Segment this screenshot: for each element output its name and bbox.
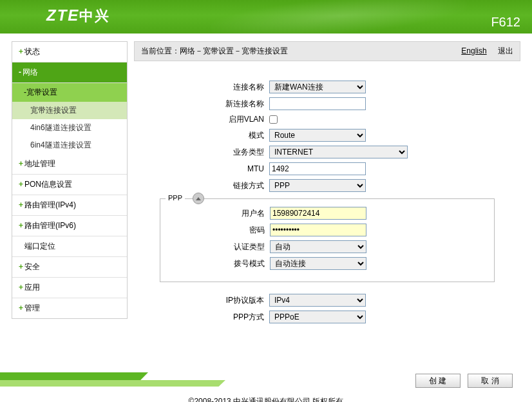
cancel-button[interactable]: 取 消 xyxy=(468,374,513,388)
conn-name-label: 连接名称 xyxy=(160,82,269,93)
password-input[interactable] xyxy=(270,224,366,236)
mtu-label: MTU xyxy=(160,164,269,173)
nav-port[interactable]: +端口定位 xyxy=(12,236,127,257)
service-label: 业务类型 xyxy=(160,147,269,158)
nav-status[interactable]: +状态 xyxy=(12,42,127,62)
pppmode-select[interactable]: PPPoE xyxy=(269,311,366,323)
dial-label: 拨号模式 xyxy=(160,258,270,269)
auth-label: 认证类型 xyxy=(160,242,270,253)
copyright: ©2008-2013 中兴通讯股份有限公司 版权所有 xyxy=(0,396,532,402)
user-label: 用户名 xyxy=(160,208,270,219)
link-label: 链接方式 xyxy=(160,180,269,191)
vlan-checkbox[interactable] xyxy=(269,115,278,124)
username-input[interactable] xyxy=(270,207,366,220)
logout-link[interactable]: 退出 xyxy=(498,46,513,55)
form-area: 连接名称 新建WAN连接 新连接名称 启用VLAN 模式 Route 业务类型 … xyxy=(134,61,520,334)
pppmode-label: PPP方式 xyxy=(160,312,269,323)
nav-address[interactable]: +地址管理 xyxy=(12,154,127,175)
ppp-fieldset: PPP 用户名 密码 认证类型 自动 拨号模式 自动连接 xyxy=(160,198,495,282)
ipver-label: IP协议版本 xyxy=(160,295,269,306)
logo-cn: 中兴 xyxy=(79,8,110,24)
main-panel: 当前位置：网络－宽带设置－宽带连接设置 English 退出 连接名称 新建WA… xyxy=(128,41,520,356)
nav-broadband[interactable]: -宽带设置 xyxy=(12,83,127,102)
nav-app[interactable]: +应用 xyxy=(12,278,127,298)
mode-label: 模式 xyxy=(160,130,269,141)
service-select[interactable]: INTERNET xyxy=(269,146,408,158)
logo-en: ZTE xyxy=(46,6,79,24)
english-link[interactable]: English xyxy=(461,46,486,55)
pass-label: 密码 xyxy=(160,225,270,236)
nav-route-ipv6[interactable]: +路由管理(IPv6) xyxy=(12,216,127,236)
nav-manage[interactable]: +管理 xyxy=(12,298,127,318)
footer-stripe-1 xyxy=(0,372,148,381)
sidebar: +状态 -网络 -宽带设置 宽带连接设置 4in6隧道连接设置 6in4隧道连接… xyxy=(12,41,128,319)
breadcrumb-bar: 当前位置：网络－宽带设置－宽带连接设置 English 退出 xyxy=(134,41,520,61)
model-label: F612 xyxy=(491,15,520,30)
collapse-icon[interactable] xyxy=(193,193,204,204)
new-name-input[interactable] xyxy=(269,97,366,110)
footer: 创 建 取 消 ©2008-2013 中兴通讯股份有限公司 版权所有 xyxy=(0,368,532,402)
dial-select[interactable]: 自动连接 xyxy=(270,257,366,270)
breadcrumb: 当前位置：网络－宽带设置－宽带连接设置 xyxy=(141,46,288,57)
nav-6in4[interactable]: 6in4隧道连接设置 xyxy=(12,137,127,154)
link-select[interactable]: PPP xyxy=(269,179,366,192)
new-name-label: 新连接名称 xyxy=(160,99,269,110)
mode-select[interactable]: Route xyxy=(269,129,366,142)
logo: ZTE中兴 xyxy=(46,6,110,26)
vlan-label: 启用VLAN xyxy=(160,114,269,125)
nav-network[interactable]: -网络 xyxy=(12,62,127,83)
nav-security[interactable]: +安全 xyxy=(12,257,127,278)
auth-select[interactable]: 自动 xyxy=(270,240,366,253)
ipver-select[interactable]: IPv4 xyxy=(269,294,366,307)
nav-broadband-conn[interactable]: 宽带连接设置 xyxy=(12,102,127,119)
nav-4in6[interactable]: 4in6隧道连接设置 xyxy=(12,119,127,137)
ppp-legend: PPP xyxy=(166,194,185,202)
mtu-input[interactable] xyxy=(269,162,366,175)
header-banner: ZTE中兴 F612 xyxy=(0,0,532,34)
nav-route-ipv4[interactable]: +路由管理(IPv4) xyxy=(12,195,127,216)
footer-stripe-2 xyxy=(0,380,225,387)
conn-name-select[interactable]: 新建WAN连接 xyxy=(269,81,366,93)
nav-pon[interactable]: +PON信息设置 xyxy=(12,175,127,195)
create-button[interactable]: 创 建 xyxy=(415,374,461,388)
